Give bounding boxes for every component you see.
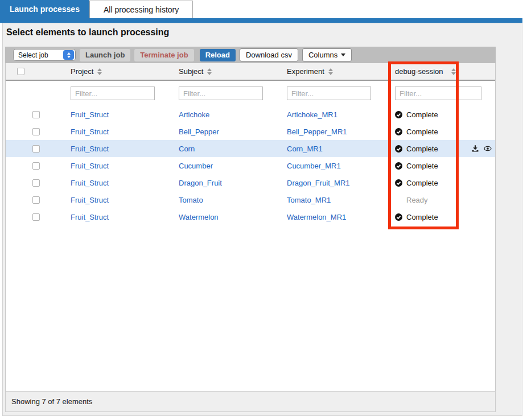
- sort-icon[interactable]: [97, 68, 102, 75]
- elements-table: Project Subject Experiment debug-session: [5, 63, 496, 392]
- row-checkbox[interactable]: [32, 162, 40, 170]
- tab-all-processing-history[interactable]: All processing history: [89, 1, 193, 18]
- table-row: Fruit_Struct Corn Corn_MR1 Complete: [6, 140, 495, 157]
- status-badge: Complete: [406, 213, 438, 221]
- project-link[interactable]: Fruit_Struct: [71, 162, 109, 170]
- project-link[interactable]: Fruit_Struct: [71, 145, 109, 153]
- caret-down-icon: [341, 53, 345, 56]
- check-circle-icon: [395, 128, 402, 135]
- active-tab-underline: [0, 18, 522, 23]
- select-stepper-icon: [63, 50, 74, 60]
- experiment-link[interactable]: Artichoke_MR1: [287, 110, 337, 119]
- experiment-link[interactable]: Tomato_MR1: [287, 196, 331, 204]
- check-circle-icon: [395, 111, 402, 118]
- row-checkbox[interactable]: [32, 179, 40, 187]
- project-link[interactable]: Fruit_Struct: [71, 213, 109, 221]
- eye-icon[interactable]: [484, 145, 492, 153]
- project-link[interactable]: Fruit_Struct: [71, 196, 109, 204]
- columns-dropdown-label: Columns: [308, 51, 337, 59]
- status-badge: Complete: [406, 110, 438, 119]
- tab-bar: Launch processes All processing history: [0, 0, 193, 18]
- status-badge: Ready: [406, 196, 428, 204]
- row-checkbox[interactable]: [32, 111, 40, 118]
- launch-job-button[interactable]: Launch job: [80, 49, 130, 61]
- row-checkbox[interactable]: [32, 128, 40, 135]
- select-all-checkbox[interactable]: [17, 68, 24, 75]
- filter-input-experiment[interactable]: [287, 87, 371, 100]
- terminate-job-button[interactable]: Terminate job: [134, 49, 193, 61]
- status-badge: Complete: [406, 179, 438, 187]
- status-badge: Complete: [406, 127, 438, 136]
- table-row: Fruit_Struct Cucumber Cucumber_MR1 Compl…: [6, 157, 495, 174]
- table-header-row: Project Subject Experiment debug-session: [6, 63, 495, 81]
- page-title: Select elements to launch processing: [6, 27, 169, 38]
- filter-row: [6, 81, 495, 106]
- sort-icon[interactable]: [207, 68, 212, 75]
- tab-launch-processes[interactable]: Launch processes: [0, 0, 89, 18]
- experiment-link[interactable]: Dragon_Fruit_MR1: [287, 179, 350, 187]
- experiment-link[interactable]: Corn_MR1: [287, 145, 323, 153]
- subject-link[interactable]: Watermelon: [179, 213, 219, 221]
- row-checkbox[interactable]: [32, 213, 40, 221]
- sort-icon[interactable]: [451, 68, 456, 75]
- subject-link[interactable]: Tomato: [179, 196, 203, 204]
- download-csv-button[interactable]: Download csv: [240, 48, 298, 61]
- status-badge: Complete: [406, 145, 438, 153]
- table-row: Fruit_Struct Bell_Pepper Bell_Pepper_MR1…: [6, 123, 495, 140]
- check-circle-icon: [395, 162, 402, 170]
- job-select-value: Select job: [14, 51, 63, 59]
- experiment-link[interactable]: Cucumber_MR1: [287, 162, 341, 170]
- project-link[interactable]: Fruit_Struct: [71, 110, 109, 119]
- filter-input-subject[interactable]: [179, 87, 263, 100]
- experiment-link[interactable]: Watermelon_MR1: [287, 213, 346, 221]
- subject-link[interactable]: Corn: [179, 145, 195, 153]
- reload-button[interactable]: Reload: [200, 49, 236, 61]
- subject-link[interactable]: Dragon_Fruit: [179, 179, 222, 187]
- experiment-link[interactable]: Bell_Pepper_MR1: [287, 127, 347, 136]
- column-header-project: Project: [71, 67, 93, 76]
- tab-label: Launch processes: [10, 5, 80, 14]
- column-header-experiment: Experiment: [287, 67, 324, 76]
- check-circle-icon: [395, 145, 402, 153]
- row-checkbox[interactable]: [32, 196, 40, 204]
- project-link[interactable]: Fruit_Struct: [71, 179, 109, 187]
- row-checkbox[interactable]: [32, 145, 40, 153]
- filter-input-project[interactable]: [71, 87, 155, 100]
- tab-label: All processing history: [104, 5, 179, 14]
- check-circle-icon: [395, 213, 402, 221]
- project-link[interactable]: Fruit_Struct: [71, 127, 109, 136]
- check-circle-icon: [395, 179, 402, 187]
- subject-link[interactable]: Cucumber: [179, 162, 213, 170]
- filter-input-debug-session[interactable]: [395, 87, 481, 100]
- launch-processing-panel: Select elements to launch processing Sel…: [2, 23, 522, 416]
- table-row: Fruit_Struct Artichoke Artichoke_MR1 Com…: [6, 106, 495, 123]
- toolbar: Select job Launch job Terminate job Relo…: [5, 47, 496, 63]
- subject-link[interactable]: Bell_Pepper: [179, 127, 219, 136]
- columns-dropdown-button[interactable]: Columns: [302, 48, 352, 61]
- table-row: Fruit_Struct Tomato Tomato_MR1 Ready: [6, 191, 495, 208]
- subject-link[interactable]: Artichoke: [179, 110, 209, 119]
- table-footer: Showing 7 of 7 elements: [5, 391, 496, 412]
- column-header-debug-session: debug-session: [395, 67, 443, 76]
- table-row: Fruit_Struct Dragon_Fruit Dragon_Fruit_M…: [6, 174, 495, 191]
- table-row: Fruit_Struct Watermelon Watermelon_MR1 C…: [6, 208, 495, 225]
- job-select[interactable]: Select job: [13, 49, 76, 61]
- row-count-summary: Showing 7 of 7 elements: [11, 397, 92, 406]
- status-badge: Complete: [406, 162, 438, 170]
- sort-icon[interactable]: [328, 68, 333, 75]
- download-icon[interactable]: [471, 145, 479, 153]
- column-header-subject: Subject: [179, 67, 203, 76]
